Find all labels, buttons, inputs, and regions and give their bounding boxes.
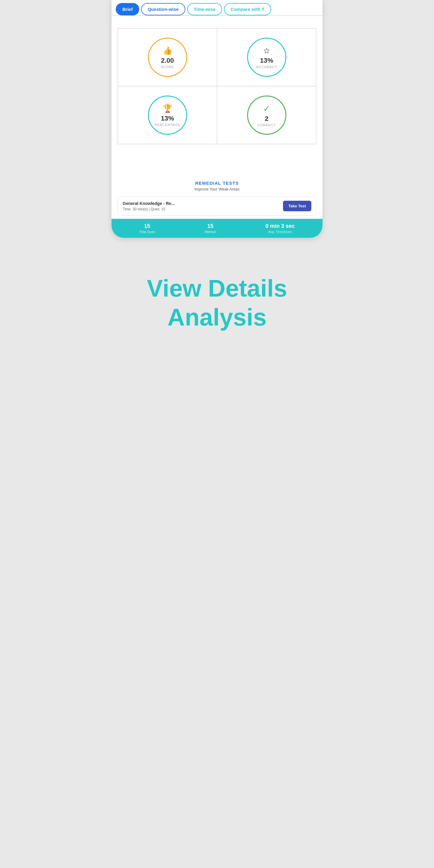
remedial-test-meta: Time: 30 min(s) | Ques: 15 bbox=[123, 207, 283, 211]
tab-compare-with[interactable]: Compare with T bbox=[224, 3, 271, 16]
tab-brief[interactable]: Brief bbox=[116, 3, 139, 16]
content-spacer bbox=[112, 150, 322, 175]
stat-percentage-cell: 🏆 13% PERCENTAGE bbox=[118, 86, 217, 144]
remedial-title: REMEDIAL TESTS bbox=[118, 181, 316, 186]
stat-score-cell: 👍 2.00 SCORE bbox=[118, 28, 217, 86]
correct-label: CORRECT bbox=[257, 123, 276, 127]
stat-accuracy-cell: ☆ 13% ACCURACY bbox=[217, 28, 316, 86]
phone-container: Brief Question-wise Time-wise Compare wi… bbox=[112, 0, 322, 238]
stat-score-circle: 👍 2.00 SCORE bbox=[148, 38, 187, 77]
percentage-label: PERCENTAGE bbox=[155, 123, 180, 127]
total-ques-value: 15 bbox=[144, 223, 150, 229]
bottom-stat-avg-time: 0 min 3 sec Avg. Time/Ques bbox=[266, 223, 295, 234]
remedial-section: REMEDIAL TESTS Improve Your Weak Areas G… bbox=[112, 175, 322, 219]
take-test-button[interactable]: Take Test bbox=[283, 201, 311, 211]
remedial-test-name: General Knowledge - Re... bbox=[123, 201, 283, 206]
score-value: 2.00 bbox=[161, 57, 174, 64]
avg-time-value: 0 min 3 sec bbox=[266, 223, 295, 229]
score-label: SCORE bbox=[161, 65, 174, 69]
remedial-subtitle: Improve Your Weak Areas bbox=[118, 187, 316, 191]
stat-correct-cell: ✓ 2 CORRECT bbox=[217, 86, 316, 144]
tab-question-wise[interactable]: Question-wise bbox=[141, 3, 185, 16]
remedial-info: General Knowledge - Re... Time: 30 min(s… bbox=[123, 201, 283, 211]
view-details-line2: Analysis bbox=[167, 304, 267, 331]
view-details-line1: View Details bbox=[147, 275, 287, 302]
stat-percentage-circle: 🏆 13% PERCENTAGE bbox=[148, 96, 187, 135]
total-ques-label: Total Ques bbox=[139, 230, 155, 234]
accuracy-label: ACCURACY bbox=[256, 65, 277, 69]
stats-section: 👍 2.00 SCORE ☆ 13% ACCURACY 🏆 13% PERC bbox=[112, 16, 322, 150]
accuracy-icon: ☆ bbox=[263, 46, 270, 56]
accuracy-value: 13% bbox=[260, 57, 273, 64]
avg-time-label: Avg. Time/Ques bbox=[268, 230, 292, 234]
attempt-label: Attempt bbox=[205, 230, 216, 234]
percentage-value: 13% bbox=[161, 115, 174, 122]
stat-accuracy-circle: ☆ 13% ACCURACY bbox=[247, 38, 286, 77]
view-details-title: View Details Analysis bbox=[147, 274, 287, 332]
correct-value: 2 bbox=[265, 115, 268, 123]
tab-bar: Brief Question-wise Time-wise Compare wi… bbox=[112, 0, 322, 16]
attempt-value: 15 bbox=[207, 223, 213, 229]
correct-icon: ✓ bbox=[263, 104, 270, 114]
bottom-bar: 15 Total Ques 15 Attempt 0 min 3 sec Avg… bbox=[112, 219, 322, 238]
tab-time-wise[interactable]: Time-wise bbox=[187, 3, 222, 16]
score-icon: 👍 bbox=[163, 46, 173, 56]
remedial-card: General Knowledge - Re... Time: 30 min(s… bbox=[118, 196, 316, 216]
view-details-section: View Details Analysis bbox=[135, 238, 299, 362]
bottom-stat-total-ques: 15 Total Ques bbox=[139, 223, 155, 234]
percentage-icon: 🏆 bbox=[163, 104, 173, 113]
bottom-stat-attempt: 15 Attempt bbox=[205, 223, 216, 234]
stats-grid: 👍 2.00 SCORE ☆ 13% ACCURACY 🏆 13% PERC bbox=[118, 28, 316, 144]
stat-correct-circle: ✓ 2 CORRECT bbox=[247, 96, 286, 135]
